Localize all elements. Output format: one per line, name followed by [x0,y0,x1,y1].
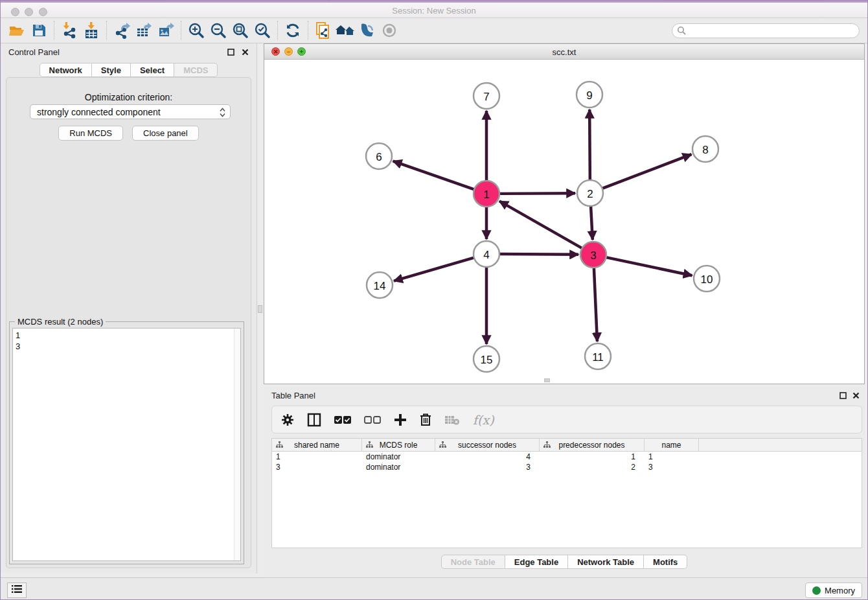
node-7[interactable]: 7 [474,83,499,109]
cell-predecessor-nodes[interactable]: 2 [540,462,645,472]
cell-shared-name[interactable]: 3 [272,462,362,472]
cell-name[interactable]: 1 [645,452,699,462]
network-canvas[interactable]: 7968124314101511 [264,60,864,384]
result-scrollbar[interactable] [234,329,240,560]
export-table-icon[interactable] [133,20,155,41]
node-label: 8 [702,144,708,156]
save-icon[interactable] [28,20,50,41]
delete-icon[interactable] [420,413,431,426]
node-4[interactable]: 4 [474,241,499,267]
zoom-selected-icon[interactable] [251,20,273,41]
import-network-icon[interactable] [58,20,80,41]
column-header-predecessor-nodes[interactable]: predecessor nodes [540,439,645,451]
tab-select[interactable]: Select [131,63,174,77]
close-panel-button[interactable]: Close panel [132,126,199,141]
refresh-icon[interactable] [282,20,304,41]
cell-name[interactable]: 3 [645,462,699,472]
panel-splitter[interactable] [257,43,264,573]
column-header-shared-name[interactable]: shared name [272,439,362,451]
delete-table-icon [444,415,460,425]
add-column-icon[interactable] [394,413,407,426]
node-2[interactable]: 2 [577,180,603,206]
search-input[interactable] [672,23,860,38]
edge-2-9[interactable] [589,110,590,180]
mcds-tab-content: Optimization criterion: strongly connect… [6,77,251,568]
select-all-icon[interactable] [334,415,351,424]
table-row[interactable]: 1dominator411 [272,452,862,462]
node-6[interactable]: 6 [366,143,392,169]
cell-successor-nodes[interactable]: 3 [435,462,540,472]
edge-1-2[interactable] [499,193,575,194]
float-icon[interactable] [838,390,848,400]
node-11[interactable]: 11 [585,343,611,369]
edge-3-11[interactable] [594,268,597,341]
network-hscroll-thumb[interactable] [544,378,550,382]
zoom-out-icon[interactable] [207,20,229,41]
edge-2-8[interactable] [602,154,692,189]
style-brush-icon[interactable] [356,20,378,41]
criterion-value: strongly connected component [37,107,161,117]
network-window-title: scc.txt [264,47,864,57]
open-folder-icon[interactable] [6,20,28,41]
app-window: Session: New Session [0,0,868,600]
memory-button[interactable]: Memory [805,583,862,598]
node-14[interactable]: 14 [367,272,393,298]
export-network-icon[interactable] [111,20,133,41]
tab-mcds[interactable]: MCDS [174,63,218,77]
network-window-titlebar[interactable]: ✕ − + scc.txt [264,44,864,60]
splitter-grip-icon[interactable] [258,305,262,313]
edge-3-1[interactable] [499,201,582,248]
zoom-fit-icon[interactable] [229,20,251,41]
close-icon[interactable] [851,390,861,400]
export-image-icon[interactable] [155,20,177,41]
node-3[interactable]: 3 [580,242,606,268]
network-graph: 7968124314101511 [264,60,864,384]
mcds-result-text[interactable]: 1 3 [12,328,241,561]
tab-edge-table[interactable]: Edge Table [505,555,568,569]
cell-MCDS-role[interactable]: dominator [362,452,435,462]
titlebar[interactable]: Session: New Session [1,3,867,18]
deselect-all-icon[interactable] [364,415,381,424]
node-9[interactable]: 9 [577,82,602,108]
status-bar: Memory [1,577,867,600]
tab-node-table[interactable]: Node Table [441,555,505,569]
columns-icon[interactable] [307,413,321,427]
table-row[interactable]: 3dominator323 [272,462,862,472]
task-history-button[interactable] [7,583,27,598]
edge-2-3[interactable] [591,206,593,240]
edge-1-6[interactable] [393,161,474,190]
home-icon[interactable] [334,20,356,41]
cell-predecessor-nodes[interactable]: 1 [540,452,645,462]
cell-shared-name[interactable]: 1 [272,452,362,462]
float-icon[interactable] [225,47,236,57]
criterion-select[interactable]: strongly connected component [30,104,231,119]
node-1[interactable]: 1 [474,181,499,207]
gear-icon[interactable] [281,413,294,426]
duplicate-network-icon[interactable] [312,20,334,41]
eye-icon[interactable] [378,20,400,41]
edge-3-10[interactable] [606,257,692,275]
column-header-name[interactable]: name [645,439,699,451]
run-mcds-button[interactable]: Run MCDS [58,126,123,141]
node-10[interactable]: 10 [694,266,720,292]
tab-motifs[interactable]: Motifs [644,555,687,569]
tab-network[interactable]: Network [40,63,92,77]
node-label: 6 [376,151,382,163]
close-icon[interactable] [240,47,250,57]
column-header-successor-nodes[interactable]: successor nodes [435,439,540,451]
tab-style[interactable]: Style [92,63,131,77]
window-title: Session: New Session [1,6,867,16]
cell-MCDS-role[interactable]: dominator [362,462,435,472]
cell-successor-nodes[interactable]: 4 [435,452,540,462]
edge-4-3[interactable] [499,254,578,255]
zoom-in-icon[interactable] [185,20,207,41]
column-label: MCDS role [380,441,418,450]
edge-4-14[interactable] [394,258,474,281]
column-header-MCDS-role[interactable]: MCDS role [362,439,435,451]
node-15[interactable]: 15 [474,346,499,372]
tab-network-table[interactable]: Network Table [568,555,644,569]
node-8[interactable]: 8 [692,136,718,162]
table-tabs: Node TableEdge TableNetwork TableMotifs [264,555,865,569]
import-table-icon[interactable] [80,20,102,41]
node-table[interactable]: shared nameMCDS rolesuccessor nodesprede… [271,438,862,548]
